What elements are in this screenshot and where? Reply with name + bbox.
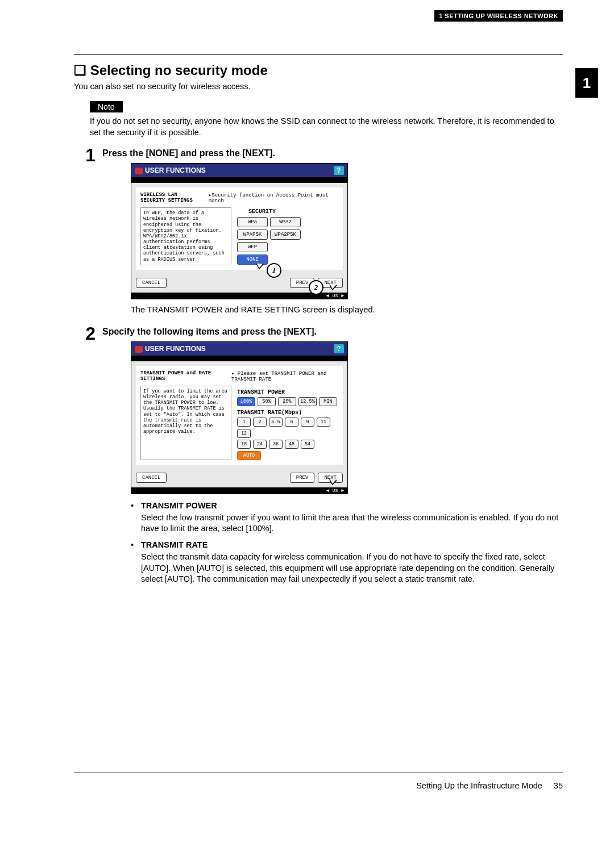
wpa2-button[interactable]: WPA2 — [270, 217, 301, 227]
help-text-panel: If you want to limit the area wireless r… — [140, 386, 231, 460]
rate-2-button[interactable]: 2 — [253, 418, 267, 427]
step-title: Specify the following items and press th… — [102, 327, 563, 337]
wpapsk-button[interactable]: WPAPSK — [237, 229, 268, 240]
rate-5-5-button[interactable]: 5.5 — [269, 418, 283, 427]
section-intro: You can also set no security for wireles… — [74, 82, 563, 91]
security-group-label: SECURITY — [248, 208, 338, 215]
note-text: If you do not set no security, anyone ho… — [90, 116, 563, 138]
chapter-side-tab: 1 — [575, 68, 598, 98]
screen-titlebar: USER FUNCTIONS ? — [131, 342, 347, 356]
page-number: 35 — [554, 781, 563, 790]
rate-12-button[interactable]: 12 — [237, 429, 251, 438]
power-25-button[interactable]: 25% — [278, 397, 296, 406]
footer-text: Setting Up the Infrastructure Mode — [416, 781, 542, 790]
rate-9-button[interactable]: 9 — [301, 418, 314, 427]
arrow-left-icon: ◄ — [326, 488, 329, 493]
step-number: 1 — [74, 146, 102, 321]
step-2: 2 Specify the following items and press … — [74, 324, 563, 591]
arrow-right-icon: ► — [341, 488, 344, 493]
section-title: ❏ Selecting no security mode — [74, 62, 563, 78]
help-button[interactable]: ? — [334, 344, 344, 353]
screen-subbar — [131, 356, 347, 361]
settings-header-right: ▸ Please set TRANSMIT POWER and TRANSMIT… — [231, 370, 338, 382]
transmit-power-label: TRANSMIT POWER — [237, 389, 338, 395]
help-text-panel: In WEP, the data of a wireless network i… — [140, 207, 231, 265]
app-icon — [135, 346, 143, 353]
footer-rule — [74, 773, 563, 773]
help-button[interactable]: ? — [334, 166, 344, 175]
power-min-button[interactable]: MIN — [319, 397, 337, 406]
rate-auto-button[interactable]: AUTO — [237, 451, 261, 460]
power-12-5-button[interactable]: 12.5% — [298, 397, 317, 406]
rate-11-button[interactable]: 11 — [317, 418, 330, 427]
transmit-rate-label: TRANSMIT RATE(Mbps) — [237, 410, 338, 416]
step-1: 1 Press the [NONE] and press the [NEXT].… — [74, 146, 563, 321]
rate-36-button[interactable]: 36 — [269, 440, 283, 449]
cancel-button[interactable]: CANCEL — [136, 473, 167, 483]
top-rule — [74, 54, 563, 55]
note-label: Note — [90, 101, 123, 112]
bullet-dot-icon: • — [131, 540, 141, 549]
security-screen: USER FUNCTIONS ? WIRELESS LAN SECURITY S… — [131, 163, 348, 299]
power-50-button[interactable]: 50% — [258, 397, 276, 406]
bullet-dot-icon: • — [131, 501, 141, 510]
settings-header-left: WIRELESS LAN SECURITY SETTINGS — [140, 192, 203, 204]
step-number: 2 — [74, 324, 102, 591]
rate-screen: USER FUNCTIONS ? TRANSMIT POWER and RATE… — [131, 341, 348, 494]
callout-2: 2 — [309, 280, 323, 295]
screen-subbar — [131, 177, 347, 183]
status-text: US — [333, 293, 338, 298]
rate-24-button[interactable]: 24 — [253, 440, 267, 449]
header-breadcrumb: 1 SETTING UP WIRELESS NETWORK — [434, 10, 563, 22]
callout-1: 1 — [267, 263, 281, 278]
arrow-right-icon: ► — [341, 293, 344, 298]
rate-6-button[interactable]: 6 — [285, 418, 298, 427]
cancel-button[interactable]: CANCEL — [136, 278, 167, 288]
wep-button[interactable]: WEP — [237, 242, 268, 252]
arrow-left-icon: ◄ — [326, 293, 329, 298]
status-bar: ◄ US ► — [131, 487, 347, 494]
section-title-text: Selecting no security mode — [90, 62, 268, 78]
prev-button[interactable]: PREV — [290, 473, 315, 483]
wpa-button[interactable]: WPA — [237, 217, 268, 227]
settings-header-right: ▸Security function on Access Point must … — [209, 192, 338, 204]
step-caption: The TRANSMIT POWER and RATE SETTING scre… — [131, 305, 563, 314]
settings-header-left: TRANSMIT POWER and RATE SETTINGS — [140, 370, 226, 382]
status-text: US — [333, 488, 338, 493]
screen-title: USER FUNCTIONS — [145, 345, 206, 353]
rate-48-button[interactable]: 48 — [285, 440, 298, 449]
checkbox-icon: ❏ — [74, 62, 86, 78]
power-100-button[interactable]: 100% — [237, 397, 255, 406]
wpa2psk-button[interactable]: WPA2PSK — [270, 229, 301, 240]
rate-54-button[interactable]: 54 — [301, 440, 314, 449]
bullet-body: Select the transmit data capacity for wi… — [141, 552, 563, 585]
rate-1-button[interactable]: 1 — [237, 418, 251, 427]
rate-18-button[interactable]: 18 — [237, 440, 251, 449]
bullet-title: TRANSMIT POWER — [141, 501, 217, 510]
step-title: Press the [NONE] and press the [NEXT]. — [102, 148, 563, 158]
screen-titlebar: USER FUNCTIONS ? — [131, 164, 347, 177]
bullet-body: Select the low transmit power if you wan… — [141, 512, 563, 535]
screen-title: USER FUNCTIONS — [145, 166, 206, 174]
app-icon — [135, 168, 143, 174]
bullet-title: TRANSMIT RATE — [141, 540, 208, 549]
